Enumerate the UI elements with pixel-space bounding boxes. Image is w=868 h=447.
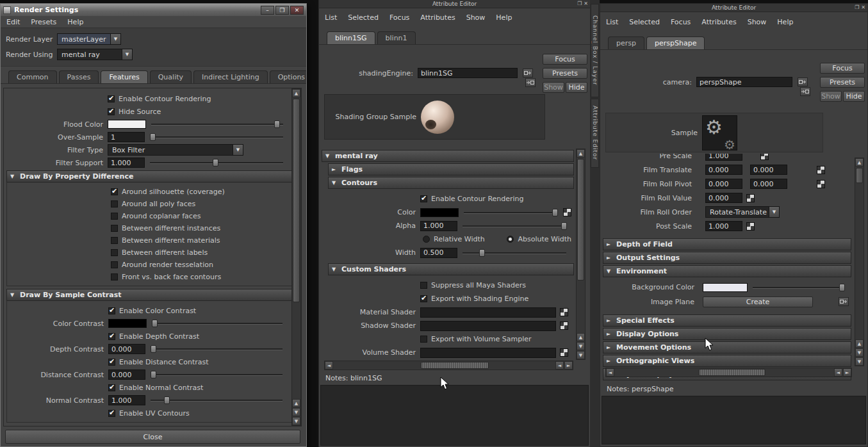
- section-movement-options[interactable]: ► Movement Options: [603, 341, 851, 354]
- texture-map-icon[interactable]: [560, 321, 568, 330]
- alpha-slider[interactable]: [463, 222, 566, 231]
- menu-show[interactable]: Show: [466, 13, 486, 22]
- scroll-left-icon[interactable]: ◄: [555, 361, 564, 370]
- output-connection-icon[interactable]: [839, 297, 849, 306]
- contour-color-swatch[interactable]: [420, 208, 459, 217]
- enable-depth-contrast-checkbox[interactable]: [108, 333, 115, 340]
- export-with-shading-engine-checkbox[interactable]: [420, 295, 427, 302]
- tab-common[interactable]: Common: [8, 70, 57, 83]
- render-layer-dropdown[interactable]: masterLayer ▼: [57, 33, 121, 45]
- scroll-up-icon[interactable]: ▲: [577, 333, 585, 341]
- scrollbar-thumb[interactable]: [421, 362, 489, 369]
- scrollbar-thumb[interactable]: [856, 168, 863, 183]
- depth-contrast-slider[interactable]: [151, 345, 283, 354]
- menu-attributes[interactable]: Attributes: [420, 13, 455, 22]
- menu-attributes[interactable]: Attributes: [701, 18, 736, 26]
- tab-indirect-lighting[interactable]: Indirect Lighting: [193, 70, 268, 83]
- output-connection-icon[interactable]: [523, 69, 533, 77]
- tab-blinn1sg[interactable]: blinn1SG: [327, 31, 375, 44]
- render-using-dropdown[interactable]: mental ray ▼: [57, 49, 133, 60]
- alpha-field[interactable]: 1.000: [420, 221, 457, 231]
- distance-contrast-slider[interactable]: [151, 370, 283, 379]
- scroll-up-icon[interactable]: ▲: [292, 89, 300, 97]
- slider-handle[interactable]: [839, 284, 845, 291]
- menu-help[interactable]: Help: [67, 18, 83, 26]
- menu-list[interactable]: List: [606, 18, 618, 26]
- tab-features[interactable]: Features: [101, 70, 147, 83]
- width-field[interactable]: 0.500: [420, 248, 457, 258]
- section-draw-by-property-difference[interactable]: ▼ Draw By Property Difference: [6, 170, 299, 183]
- scroll-up-icon[interactable]: ▲: [292, 399, 300, 407]
- show-button[interactable]: Show: [543, 82, 564, 93]
- camera-field[interactable]: perspShape: [696, 77, 792, 87]
- slider-handle[interactable]: [479, 249, 485, 257]
- scroll-down-icon[interactable]: ▼: [577, 342, 585, 350]
- background-color-swatch[interactable]: [703, 283, 748, 292]
- scroll-up-icon[interactable]: ▲: [577, 149, 585, 158]
- width-slider[interactable]: [463, 248, 566, 257]
- scroll-down-icon[interactable]: ▼: [855, 348, 864, 357]
- render-settings-titlebar[interactable]: Render Settings – ❐ ✕: [1, 4, 306, 16]
- menu-presets[interactable]: Presets: [31, 18, 56, 26]
- filter-support-slider[interactable]: [150, 158, 283, 167]
- menu-show[interactable]: Show: [748, 18, 767, 26]
- around-coplanar-faces-checkbox[interactable]: [111, 213, 118, 220]
- menu-focus[interactable]: Focus: [671, 18, 691, 26]
- horizontal-scrollbar[interactable]: ◄ ◄ ►: [324, 361, 573, 370]
- around-render-tesselation-checkbox[interactable]: [111, 261, 118, 268]
- close-window-button[interactable]: ✕: [290, 6, 304, 15]
- tab-passes[interactable]: Passes: [59, 70, 99, 83]
- menu-help[interactable]: Help: [777, 18, 793, 26]
- depth-contrast-field[interactable]: 0.000: [108, 344, 145, 354]
- texture-map-icon[interactable]: [746, 222, 755, 231]
- film-roll-value-field[interactable]: 0.000: [705, 193, 742, 203]
- hide-source-checkbox[interactable]: [108, 108, 115, 115]
- between-different-instances-checkbox[interactable]: [111, 225, 118, 232]
- over-sample-field[interactable]: 1: [108, 132, 145, 142]
- enable-contour-rendering-checkbox[interactable]: [420, 195, 427, 202]
- enable-uv-contours-checkbox[interactable]: [108, 410, 115, 417]
- maximize-button[interactable]: ❐: [275, 6, 289, 15]
- background-color-slider[interactable]: [753, 283, 844, 292]
- create-image-plane-button[interactable]: Create: [703, 297, 813, 307]
- input-connection-icon[interactable]: [800, 87, 810, 96]
- filter-support-field[interactable]: 1.000: [108, 158, 145, 168]
- section-contours[interactable]: ▼ Contours: [328, 177, 574, 189]
- over-sample-slider[interactable]: [150, 133, 283, 142]
- shadow-shader-field[interactable]: [420, 321, 556, 331]
- menu-focus[interactable]: Focus: [389, 13, 409, 22]
- shading-engine-field[interactable]: blinn1SG: [418, 68, 518, 78]
- section-depth-of-field[interactable]: ► Depth of Field: [603, 238, 851, 250]
- film-translate-x-field[interactable]: 0.000: [705, 165, 742, 175]
- film-roll-pivot-x-field[interactable]: 0.000: [705, 179, 742, 189]
- tab-persp[interactable]: persp: [608, 37, 644, 49]
- material-shader-field[interactable]: [420, 307, 556, 318]
- pane-titlebar[interactable]: Attribute Editor ❐ ✕: [600, 4, 867, 12]
- notes-textarea[interactable]: [320, 385, 589, 446]
- film-translate-y-field[interactable]: 0.000: [750, 165, 787, 175]
- section-mental-ray[interactable]: ▼ mental ray: [322, 150, 574, 162]
- section-output-settings[interactable]: ► Output Settings: [603, 252, 851, 264]
- scroll-up-icon[interactable]: ▲: [855, 339, 864, 348]
- between-different-materials-checkbox[interactable]: [111, 237, 118, 244]
- post-scale-field[interactable]: 1.000: [705, 221, 742, 231]
- scrollbar-thumb[interactable]: [699, 369, 766, 376]
- show-button[interactable]: Show: [820, 91, 842, 102]
- section-draw-by-sample-contrast[interactable]: ▼ Draw By Sample Contrast: [6, 289, 299, 301]
- film-roll-order-dropdown[interactable]: Rotate-Translate ▼: [705, 206, 780, 218]
- close-pane-icon[interactable]: ✕: [861, 4, 865, 10]
- notes-textarea[interactable]: [602, 396, 866, 444]
- scroll-down-icon[interactable]: ▼: [855, 357, 864, 366]
- pane-titlebar[interactable]: Attribute Editor ❐ ✕: [319, 0, 590, 8]
- around-silhouette-checkbox[interactable]: [111, 188, 118, 195]
- scrollbar-thumb[interactable]: [293, 99, 300, 302]
- flood-color-slider[interactable]: [151, 120, 283, 129]
- float-pane-icon[interactable]: ❐: [577, 1, 582, 6]
- color-contrast-swatch[interactable]: [108, 319, 147, 328]
- section-environment[interactable]: ▼ Environment: [603, 265, 851, 277]
- between-different-labels-checkbox[interactable]: [111, 249, 118, 256]
- texture-map-icon[interactable]: [817, 166, 825, 174]
- hide-button[interactable]: Hide: [566, 82, 587, 93]
- scroll-down-icon[interactable]: ▼: [292, 417, 300, 425]
- focus-button[interactable]: Focus: [820, 63, 865, 74]
